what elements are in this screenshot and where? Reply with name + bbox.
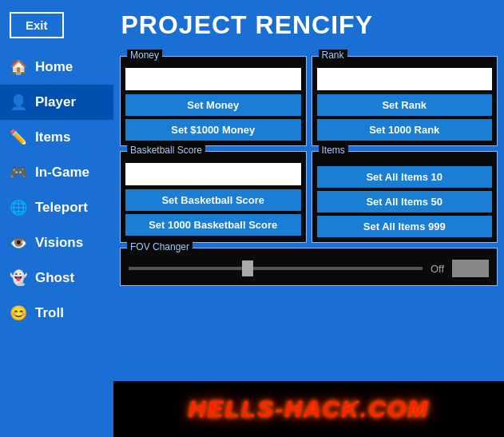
header: Exit PROJECT RENCIFY [0, 0, 504, 50]
sidebar-label-teleport: Teleport [35, 200, 88, 216]
set-rank-button[interactable]: Set Rank [317, 94, 493, 116]
app-title: PROJECT RENCIFY [64, 10, 494, 40]
money-section: Money Set Money Set $1000 Money [120, 56, 307, 146]
exit-button[interactable]: Exit [10, 12, 64, 38]
player-icon: 👤 [10, 93, 27, 111]
set-all-items-50-button[interactable]: Set All Items 50 [317, 191, 493, 213]
rank-input[interactable] [317, 68, 493, 90]
footer-text: HELLS-HACK.COM [189, 395, 429, 423]
footer-banner: HELLS-HACK.COM [113, 381, 504, 437]
fov-off-label: Off [431, 263, 444, 275]
troll-icon: 😊 [10, 304, 27, 322]
sidebar-item-items[interactable]: ✏️ Items [0, 120, 113, 155]
teleport-icon: 🌐 [10, 199, 27, 217]
money-input[interactable] [125, 68, 301, 90]
sidebar-label-player: Player [35, 94, 76, 110]
money-section-label: Money [127, 50, 162, 61]
bottom-grid: Basketball Score Set Basketball Score Se… [120, 151, 498, 243]
basketball-input[interactable] [125, 163, 301, 185]
set-money-button[interactable]: Set Money [125, 94, 301, 116]
sidebar-label-ghost: Ghost [35, 270, 74, 286]
sidebar-item-ghost[interactable]: 👻 Ghost [0, 260, 113, 296]
top-grid: Money Set Money Set $1000 Money Rank Set… [120, 56, 498, 146]
fov-row: Off [129, 260, 489, 277]
set-1000-basketball-button[interactable]: Set 1000 Basketball Score [125, 214, 301, 236]
sidebar-item-home[interactable]: 🏠 Home [0, 50, 113, 85]
visions-icon: 👁️ [10, 234, 27, 252]
sidebar-label-troll: Troll [35, 305, 64, 321]
rank-section-label: Rank [319, 50, 347, 61]
main-content: Money Set Money Set $1000 Money Rank Set… [113, 50, 504, 437]
sidebar-item-player[interactable]: 👤 Player [0, 85, 113, 120]
sidebar-label-home: Home [35, 59, 73, 75]
fov-section: FOV Changer Off [120, 248, 498, 286]
basketball-section-label: Basketball Score [127, 145, 205, 156]
sidebar-label-items: Items [35, 129, 70, 145]
fov-toggle-button[interactable] [452, 260, 489, 277]
sidebar-item-ingame[interactable]: 🎮 In-Game [0, 155, 113, 190]
set-all-items-10-button[interactable]: Set All Items 10 [317, 166, 493, 188]
fov-slider[interactable] [129, 267, 423, 270]
ingame-icon: 🎮 [10, 164, 27, 181]
sidebar-item-visions[interactable]: 👁️ Visions [0, 225, 113, 260]
sidebar-item-troll[interactable]: 😊 Troll [0, 296, 113, 331]
fov-section-label: FOV Changer [127, 241, 192, 252]
set-1000-money-button[interactable]: Set $1000 Money [125, 119, 301, 141]
rank-section: Rank Set Rank Set 1000 Rank [312, 56, 498, 146]
sidebar-item-teleport[interactable]: 🌐 Teleport [0, 190, 113, 225]
ghost-icon: 👻 [10, 269, 27, 287]
items-section: Items Set All Items 10 Set All Items 50 … [312, 151, 498, 243]
sidebar: 🏠 Home 👤 Player ✏️ Items 🎮 In-Game 🌐 Tel… [0, 50, 113, 437]
set-basketball-button[interactable]: Set Basketball Score [125, 189, 301, 211]
basketball-section: Basketball Score Set Basketball Score Se… [120, 151, 307, 243]
items-icon: ✏️ [10, 129, 27, 146]
sidebar-label-visions: Visions [35, 235, 83, 251]
sidebar-label-ingame: In-Game [35, 165, 89, 181]
set-1000-rank-button[interactable]: Set 1000 Rank [317, 119, 493, 141]
set-all-items-999-button[interactable]: Set All Items 999 [317, 216, 493, 237]
home-icon: 🏠 [10, 58, 27, 76]
items-section-label: Items [319, 145, 348, 156]
